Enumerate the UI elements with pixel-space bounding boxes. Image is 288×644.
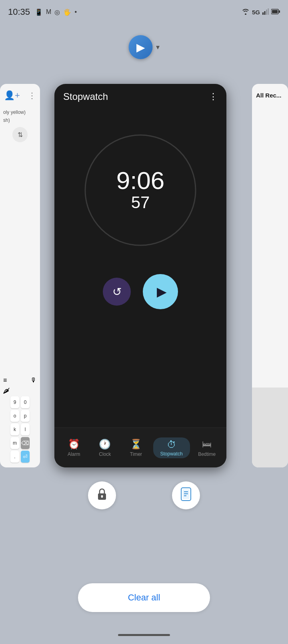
add-person-icon: 👤+ <box>4 90 20 101</box>
left-text-1: oly yellow) <box>3 109 37 115</box>
stopwatch-title: Stopwatch <box>63 91 108 102</box>
main-card: Stopwatch ⋮ 9:06 57 ↺ ▶ ⏰ Alarm 🕐 Clock <box>54 84 226 467</box>
controls-area: ↺ ▶ <box>54 274 226 309</box>
app-arrow-icon: ▶ <box>136 41 145 54</box>
clear-all-label: Clear all <box>128 592 160 603</box>
svg-rect-1 <box>264 11 266 15</box>
screenshot-button[interactable] <box>172 481 200 509</box>
left-card-top: 👤+ ⋮ <box>0 84 40 107</box>
app-switcher-indicator: ▶ ▾ <box>129 35 160 59</box>
circle-time-display: 9:06 57 <box>116 168 165 212</box>
lock-button[interactable] <box>88 481 116 509</box>
nav-clock[interactable]: 🕐 Clock <box>91 439 119 457</box>
timer-label: Timer <box>130 451 142 457</box>
nav-alarm[interactable]: ⏰ Alarm <box>60 439 88 457</box>
phone-icon: 📳 <box>35 8 43 16</box>
time-main: 9:06 <box>116 168 165 193</box>
scroll-button[interactable]: ⇅ <box>12 127 28 142</box>
key-row-kl: k l <box>2 423 38 435</box>
play-icon: ▶ <box>157 284 167 299</box>
nav-stopwatch[interactable]: ⏱ Stopwatch <box>153 437 190 458</box>
mic-icon[interactable]: 🎙 <box>30 377 37 384</box>
right-card-bottom <box>252 388 288 467</box>
left-card: 👤+ ⋮ oly yellow) sh) ⇅ ≡ 🎙 🌶 9 0 o p k l… <box>0 84 40 467</box>
stopwatch-active-bg: ⏱ Stopwatch <box>153 437 190 458</box>
phone-top-bar: Stopwatch ⋮ <box>54 84 226 106</box>
key-row-op: o p <box>2 410 38 422</box>
bottom-nav: ⏰ Alarm 🕐 Clock ⏳ Timer ⏱ Stopwatch 🛏 Be… <box>54 427 226 467</box>
clear-all-button[interactable]: Clear all <box>78 583 210 612</box>
key-backspace[interactable]: ⌫ <box>21 437 30 449</box>
time-sub: 57 <box>116 193 165 212</box>
key-p[interactable]: p <box>21 410 30 422</box>
gmail-icon: M <box>46 8 51 16</box>
key-0[interactable]: 0 <box>21 396 30 408</box>
key-row-numbers: 9 0 <box>2 396 38 408</box>
status-icons: 📳 M ◎ 🖐 • <box>35 8 77 16</box>
more-options-button[interactable]: ⋮ <box>209 91 218 102</box>
bedtime-icon: 🛏 <box>202 439 212 450</box>
5g-label: 5G <box>252 9 260 16</box>
chevron-up-down-icon: ⇅ <box>18 131 23 139</box>
action-buttons <box>88 481 200 509</box>
alarm-icon: ⏰ <box>68 439 80 450</box>
svg-rect-2 <box>266 10 267 15</box>
hand-icon: 🖐 <box>63 8 71 16</box>
emoji-icon[interactable]: 🌶 <box>3 387 10 395</box>
bedtime-label: Bedtime <box>198 451 216 457</box>
clock-icon: 🕐 <box>99 439 111 450</box>
alarm-label: Alarm <box>68 451 80 457</box>
timer-icon: ⏳ <box>130 439 142 450</box>
home-indicator[interactable] <box>118 634 170 636</box>
key-enter[interactable]: ⏎ <box>21 451 30 463</box>
list-icon[interactable]: ≡ <box>3 377 7 384</box>
key-o[interactable]: o <box>10 410 19 422</box>
key-row-bottom: . ⏎ <box>2 451 38 463</box>
more-options-icon[interactable]: ⋮ <box>28 91 36 100</box>
nav-timer[interactable]: ⏳ Timer <box>122 439 150 457</box>
lock-icon <box>96 488 108 503</box>
keyboard-area: ≡ 🎙 🌶 9 0 o p k l m ⌫ . ⏎ <box>0 372 40 467</box>
svg-rect-6 <box>279 10 280 13</box>
svg-rect-0 <box>262 12 264 15</box>
right-card-title: All Rec... <box>252 84 288 107</box>
key-row-mx: m ⌫ <box>2 437 38 449</box>
radio-icon: ◎ <box>54 8 60 16</box>
screenshot-icon <box>180 487 192 504</box>
battery-icon <box>271 9 280 16</box>
stopwatch-icon: ⏱ <box>167 439 176 450</box>
status-right-icons: 5G <box>242 8 280 16</box>
key-m[interactable]: m <box>10 437 19 449</box>
status-time: 10:35 <box>8 7 30 17</box>
key-l[interactable]: l <box>21 423 30 435</box>
dropdown-arrow-icon[interactable]: ▾ <box>156 43 160 52</box>
stopwatch-label: Stopwatch <box>160 451 183 457</box>
key-k[interactable]: k <box>10 423 19 435</box>
play-button[interactable]: ▶ <box>143 274 178 309</box>
key-dot[interactable]: . <box>10 451 19 463</box>
reset-button[interactable]: ↺ <box>103 278 131 306</box>
svg-rect-3 <box>268 8 269 15</box>
reset-icon: ↺ <box>112 285 122 298</box>
svg-rect-5 <box>272 10 278 13</box>
left-text-2: sh) <box>3 117 37 123</box>
nav-bedtime[interactable]: 🛏 Bedtime <box>193 439 221 457</box>
app-icon[interactable]: ▶ <box>129 35 153 59</box>
dot-icon: • <box>74 8 77 16</box>
wifi-icon <box>242 8 250 16</box>
status-bar: 10:35 📳 M ◎ 🖐 • 5G <box>0 0 288 24</box>
right-card: All Rec... <box>252 84 288 467</box>
svg-point-10 <box>101 495 103 497</box>
key-9[interactable]: 9 <box>10 396 19 408</box>
signal-icon <box>262 8 269 16</box>
clock-label: Clock <box>99 451 111 457</box>
stopwatch-circle: 9:06 57 <box>80 130 200 250</box>
